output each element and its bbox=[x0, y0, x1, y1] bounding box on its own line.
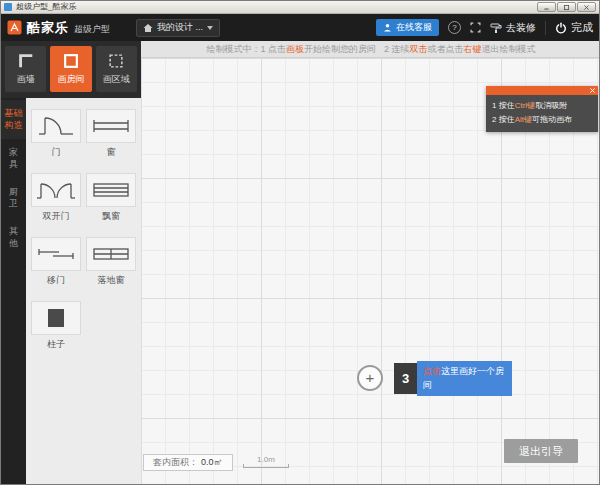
scale-indicator: 1.0m bbox=[243, 455, 289, 468]
hint-text: 可拖动画布 bbox=[532, 115, 572, 124]
tab-kitchen-bath[interactable]: 厨卫 bbox=[1, 179, 26, 218]
area-label: 套内面积： bbox=[153, 456, 198, 469]
draw-area-label: 画区域 bbox=[103, 73, 130, 86]
item-label: 门 bbox=[52, 146, 61, 159]
hint-line-2: 2 按住Alt键可拖动画布 bbox=[492, 113, 592, 127]
minimize-button[interactable] bbox=[537, 2, 556, 12]
finish-button[interactable]: 完成 bbox=[555, 20, 593, 35]
tab-label: 家具 bbox=[9, 147, 19, 170]
draw-wall-button[interactable]: 画墙 bbox=[5, 46, 46, 92]
infobar-segment: 1 点击 bbox=[260, 43, 286, 56]
draw-room-label: 画房间 bbox=[57, 73, 84, 86]
category-tabs: 基础构造 家具 厨卫 其他 bbox=[1, 98, 26, 485]
fullscreen-button[interactable] bbox=[470, 22, 481, 33]
hint-text: 1 按住 bbox=[492, 101, 515, 110]
online-service-label: 在线客服 bbox=[396, 21, 432, 34]
draw-room-button[interactable]: 画房间 bbox=[50, 46, 91, 92]
maximize-button[interactable] bbox=[557, 2, 576, 12]
area-value: 0.0㎡ bbox=[201, 456, 223, 469]
item-label: 窗 bbox=[107, 146, 116, 159]
hint-notification-header bbox=[486, 86, 598, 95]
component-library: 门 窗 双开门 飘窗 移门 bbox=[26, 98, 141, 485]
infobar-highlight: 双击 bbox=[410, 43, 428, 56]
library-item-floor-window[interactable]: 落地窗 bbox=[86, 237, 136, 287]
plus-icon: + bbox=[366, 370, 375, 385]
hint-text: 2 按住 bbox=[492, 115, 515, 124]
item-label: 飘窗 bbox=[102, 210, 120, 223]
sliding-door-icon bbox=[35, 241, 77, 267]
infobar-prefix: 绘制模式中： bbox=[206, 43, 260, 56]
bay-window-icon bbox=[90, 177, 132, 203]
tutorial-step-number: 3 bbox=[394, 363, 417, 394]
pillar-icon bbox=[35, 305, 77, 331]
finish-label: 完成 bbox=[571, 20, 593, 35]
item-label: 移门 bbox=[47, 274, 65, 287]
my-design-dropdown[interactable]: 我的设计 ... bbox=[136, 19, 220, 37]
tab-furniture[interactable]: 家具 bbox=[1, 139, 26, 178]
close-button[interactable] bbox=[577, 2, 596, 12]
chevron-down-icon bbox=[207, 26, 213, 30]
tooltip-highlight: 点击 bbox=[423, 366, 441, 376]
person-icon bbox=[383, 23, 392, 32]
library-item-bay-window[interactable]: 飘窗 bbox=[86, 173, 136, 223]
window-icon bbox=[90, 113, 132, 139]
tab-basic-structure[interactable]: 基础构造 bbox=[1, 100, 26, 139]
draw-room-target[interactable]: + bbox=[357, 365, 383, 391]
header-separator bbox=[545, 21, 546, 35]
infobar-segment: 开始绘制您的房间 bbox=[304, 43, 376, 56]
scale-label: 1.0m bbox=[243, 455, 289, 464]
go-decorate-button[interactable]: 去装修 bbox=[490, 21, 536, 35]
item-label: 柱子 bbox=[47, 338, 65, 351]
library-item-pillar[interactable]: 柱子 bbox=[31, 301, 81, 351]
app-window: 超级户型_酷家乐 酷家乐 超级户型 我的设计 ... 在线客服 ? bbox=[0, 0, 600, 485]
drawing-canvas[interactable]: 1 按住Ctrl键取消吸附 2 按住Alt键可拖动画布 + 3 点击这里画好一个… bbox=[141, 58, 600, 485]
hint-line-1: 1 按住Ctrl键取消吸附 bbox=[492, 99, 592, 113]
fullscreen-icon bbox=[470, 22, 481, 33]
my-design-label: 我的设计 ... bbox=[157, 21, 203, 34]
draw-wall-label: 画墙 bbox=[17, 73, 35, 86]
window-title: 超级户型_酷家乐 bbox=[16, 1, 537, 13]
library-item-double-door[interactable]: 双开门 bbox=[31, 173, 81, 223]
exit-guide-button[interactable]: 退出引导 bbox=[504, 439, 578, 463]
online-service-button[interactable]: 在线客服 bbox=[376, 19, 439, 36]
draw-wall-icon bbox=[17, 52, 35, 70]
infobar-highlight: 右键 bbox=[464, 43, 482, 56]
help-button[interactable]: ? bbox=[448, 21, 461, 34]
home-icon bbox=[143, 23, 153, 33]
infobar-segment: 或者点击 bbox=[428, 43, 464, 56]
app-logo-icon bbox=[7, 20, 22, 35]
draw-tools: 画墙 画房间 画区域 bbox=[1, 41, 141, 98]
hint-key: Alt键 bbox=[515, 115, 532, 124]
window-app-icon bbox=[4, 3, 12, 11]
app-header: 酷家乐 超级户型 我的设计 ... 在线客服 ? 去装修 完成 bbox=[1, 14, 599, 41]
maximize-icon bbox=[563, 4, 570, 11]
question-icon: ? bbox=[452, 23, 456, 32]
library-item-door[interactable]: 门 bbox=[31, 109, 81, 159]
tab-label: 其他 bbox=[9, 226, 19, 249]
app-logo-subtitle: 超级户型 bbox=[74, 23, 110, 36]
scale-bar bbox=[243, 464, 289, 468]
tab-label: 基础构造 bbox=[3, 108, 25, 131]
draw-area-icon bbox=[107, 52, 125, 70]
tab-label: 厨卫 bbox=[9, 187, 19, 210]
item-label: 双开门 bbox=[43, 210, 70, 223]
notification-close-button[interactable] bbox=[589, 87, 596, 94]
close-icon bbox=[583, 4, 590, 11]
draw-area-button[interactable]: 画区域 bbox=[96, 46, 137, 92]
infobar-segment: 退出绘制模式 bbox=[482, 43, 536, 56]
library-item-sliding-door[interactable]: 移门 bbox=[31, 237, 81, 287]
item-label: 落地窗 bbox=[98, 274, 125, 287]
floor-window-icon bbox=[90, 241, 132, 267]
hint-key: Ctrl键 bbox=[515, 101, 535, 110]
paint-roller-icon bbox=[490, 22, 502, 34]
door-icon bbox=[35, 113, 77, 139]
tab-other[interactable]: 其他 bbox=[1, 218, 26, 257]
library-item-window[interactable]: 窗 bbox=[86, 109, 136, 159]
draw-room-icon bbox=[62, 52, 80, 70]
close-icon bbox=[589, 87, 596, 94]
drawing-mode-infobar: 绘制模式中： 1 点击画板开始绘制您的房间 2 连续双击或者点击右键退出绘制模式 bbox=[141, 41, 600, 58]
tutorial-tooltip: 点击这里画好一个房间 bbox=[417, 361, 512, 396]
left-panel: 画墙 画房间 画区域 基础构造 家具 厨卫 其他 门 bbox=[1, 41, 141, 485]
infobar-segment: 2 连续 bbox=[384, 43, 410, 56]
app-logo-text: 酷家乐 bbox=[27, 19, 69, 37]
